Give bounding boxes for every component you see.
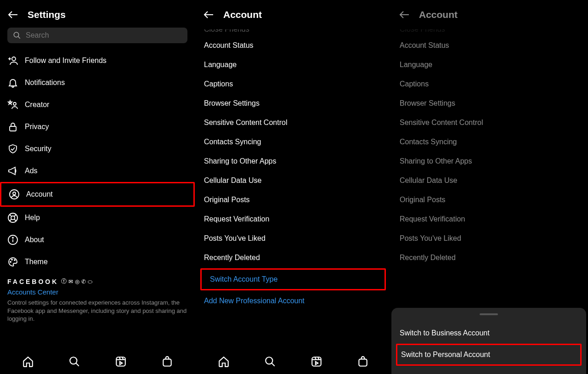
messenger-icon: ✉ (68, 278, 73, 285)
home-icon[interactable] (22, 356, 34, 368)
reels-icon[interactable] (311, 356, 322, 368)
list-item[interactable]: Recently Deleted (391, 248, 586, 267)
accounts-center-link[interactable]: Accounts Center (7, 288, 187, 296)
list-item-cutoff[interactable]: Close Friends (196, 29, 390, 36)
header: Settings (0, 0, 195, 28)
svg-point-7 (13, 102, 16, 105)
search-input[interactable] (26, 31, 182, 40)
facebook-wordmark: FACEBOOK (7, 278, 58, 285)
switch-to-business-button[interactable]: Switch to Business Account (391, 323, 586, 344)
search-nav-icon[interactable] (68, 356, 80, 368)
shop-icon[interactable] (357, 356, 369, 368)
svg-line-16 (14, 215, 16, 216)
list-item[interactable]: Original Posts (196, 190, 390, 210)
reels-icon[interactable] (115, 356, 127, 368)
svg-point-12 (11, 216, 15, 220)
menu-item-theme[interactable]: Theme (0, 251, 195, 273)
back-icon[interactable] (203, 9, 214, 20)
list-item[interactable]: Original Posts (391, 190, 586, 210)
menu-item-privacy[interactable]: Privacy (0, 116, 195, 138)
svg-line-13 (10, 215, 11, 216)
svg-rect-30 (163, 359, 171, 366)
list-item[interactable]: Contacts Syncing (196, 132, 390, 152)
svg-point-21 (11, 259, 12, 260)
list-item[interactable]: Posts You've Liked (391, 229, 586, 248)
list-item[interactable]: Sensitive Content Control (391, 113, 586, 132)
account-list: Close Friends Account Status Language Ca… (196, 28, 390, 350)
home-icon[interactable] (218, 356, 230, 368)
header: Account (196, 0, 390, 28)
shop-icon[interactable] (161, 356, 173, 368)
svg-point-3 (12, 57, 16, 61)
list-item[interactable]: Contacts Syncing (391, 132, 586, 152)
list-item[interactable]: Captions (391, 74, 586, 94)
sheet-handle[interactable] (480, 313, 498, 315)
menu-item-notifications[interactable]: Notifications (0, 72, 195, 94)
account-panel-with-sheet: Account Close Friends Account Status Lan… (391, 0, 587, 374)
svg-rect-25 (116, 357, 125, 366)
svg-line-15 (10, 219, 11, 221)
svg-point-19 (12, 238, 13, 238)
switch-to-personal-button[interactable]: Switch to Personal Account (396, 344, 582, 366)
info-icon (7, 234, 18, 245)
accounts-center-description: Control settings for connected experienc… (7, 299, 187, 323)
list-item[interactable]: Account Status (196, 36, 390, 55)
menu-item-about[interactable]: About (0, 229, 195, 251)
menu-item-ads[interactable]: Ads (0, 160, 195, 182)
svg-point-22 (14, 260, 15, 261)
list-item[interactable]: Sharing to Other Apps (391, 152, 586, 171)
menu-label: Theme (25, 258, 48, 266)
list-item[interactable]: Browser Settings (196, 94, 390, 113)
svg-line-14 (14, 219, 16, 221)
menu-label: Creator (25, 101, 49, 109)
switch-account-sheet: Switch to Business Account Switch to Per… (391, 308, 586, 374)
menu-item-help[interactable]: Help (0, 207, 195, 229)
svg-line-2 (18, 36, 20, 39)
list-item[interactable]: Account Status (391, 36, 586, 55)
menu-label: Account (26, 190, 53, 198)
settings-list: Follow and Invite Friends Notifications … (0, 48, 195, 350)
list-item[interactable]: Cellular Data Use (391, 171, 586, 190)
add-professional-account-link[interactable]: Add New Professional Account (196, 291, 390, 311)
menu-label: Help (25, 214, 40, 222)
menu-item-follow-invite[interactable]: Follow and Invite Friends (0, 50, 195, 72)
menu-label: Privacy (25, 123, 49, 131)
list-item[interactable]: Sensitive Content Control (196, 113, 390, 132)
facebook-section: FACEBOOK ⓕ ✉ ◎ ✆ ⬭ Accounts Center Contr… (0, 273, 195, 326)
svg-point-23 (70, 357, 77, 364)
back-icon[interactable] (7, 9, 18, 20)
list-item[interactable]: Cellular Data Use (196, 171, 390, 190)
list-item[interactable]: Posts You've Liked (196, 229, 390, 248)
list-item[interactable]: Captions (196, 74, 390, 94)
list-item[interactable]: Request Verification (391, 210, 586, 229)
svg-point-32 (266, 357, 272, 364)
page-title: Account (223, 9, 262, 20)
menu-item-security[interactable]: Security (0, 138, 195, 160)
svg-marker-38 (315, 362, 317, 365)
list-item[interactable]: Request Verification (196, 210, 390, 229)
switch-account-type-link[interactable]: Switch Account Type (200, 268, 386, 290)
svg-line-33 (271, 363, 275, 366)
list-item[interactable]: Language (196, 55, 390, 74)
facebook-app-icons: ⓕ ✉ ◎ ✆ ⬭ (61, 278, 92, 285)
menu-item-creator[interactable]: Creator (0, 94, 195, 116)
search-nav-icon[interactable] (264, 356, 276, 368)
svg-line-24 (76, 363, 79, 366)
svg-point-1 (14, 32, 19, 37)
search-box[interactable] (7, 28, 187, 43)
list-item[interactable]: Language (391, 55, 586, 74)
menu-label: Security (25, 145, 51, 153)
back-icon[interactable] (399, 9, 410, 20)
menu-item-account[interactable]: Account (0, 182, 195, 207)
list-item[interactable]: Browser Settings (391, 94, 586, 113)
list-item[interactable]: Recently Deleted (196, 248, 390, 267)
svg-rect-8 (10, 126, 16, 131)
palette-icon (7, 256, 18, 267)
svg-rect-34 (312, 357, 321, 366)
header: Account (391, 0, 586, 28)
svg-marker-6 (8, 101, 12, 104)
page-title: Account (419, 9, 458, 20)
list-item[interactable]: Sharing to Other Apps (196, 152, 390, 171)
menu-label: Ads (25, 167, 38, 175)
list-item-cutoff[interactable]: Close Friends (391, 29, 586, 36)
